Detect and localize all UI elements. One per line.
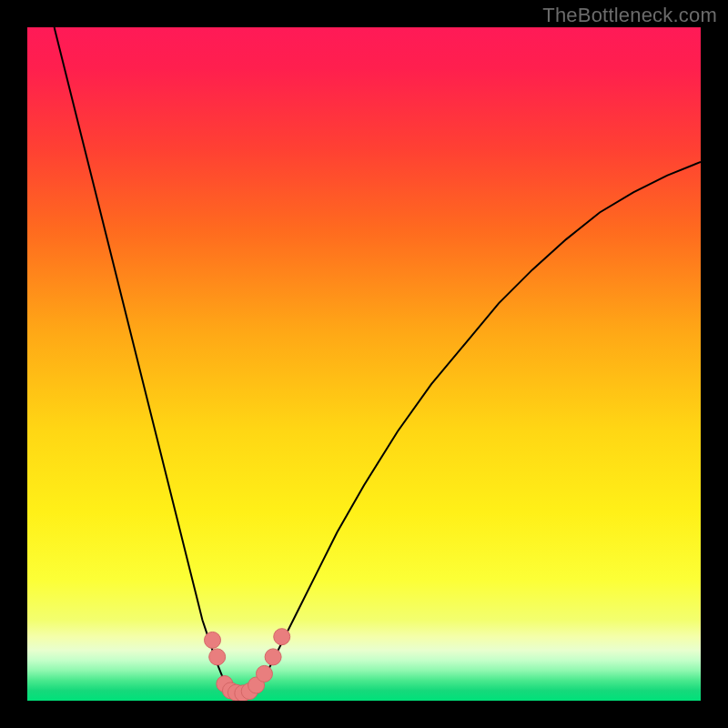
curve-marker: [209, 649, 226, 665]
curve-marker: [265, 649, 281, 665]
plot-area: [27, 27, 701, 701]
curve-marker: [274, 629, 290, 645]
gradient-background: [27, 27, 701, 701]
chart-frame: TheBottleneck.com: [0, 0, 728, 728]
watermark-text: TheBottleneck.com: [542, 4, 717, 27]
chart-svg: [27, 27, 701, 701]
curve-marker: [256, 665, 272, 682]
curve-marker: [205, 632, 221, 648]
